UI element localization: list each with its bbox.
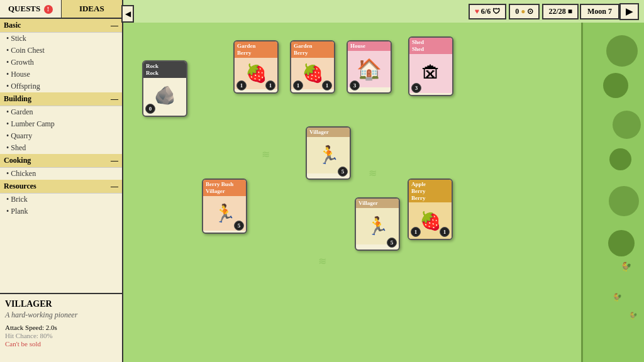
category-resources: Resources— — [0, 180, 122, 194]
card-villager-2[interactable]: Villager 🏃 5 — [355, 197, 400, 251]
item-garden[interactable]: • Garden — [0, 106, 122, 118]
category-building: Building— — [0, 92, 122, 106]
card-berry-bush-villager[interactable]: Berry BushVillager 🏃 5 — [202, 178, 247, 234]
card-house[interactable]: House 🏠 3 — [347, 40, 392, 94]
top-hud: ♥ 6/6 🛡 0 ● ⊙ 22/28 ■ Moon 7 ▶ — [123, 0, 644, 23]
item-offspring[interactable]: • Offspring — [0, 80, 122, 92]
collapse-sidebar-button[interactable]: ◀ — [121, 5, 134, 23]
card-gb1-badge-left: 1 — [236, 80, 247, 90]
berry-icon-2: 🍓 — [299, 60, 326, 86]
item-growth[interactable]: • Growth — [0, 57, 122, 69]
item-brick[interactable]: • Brick — [0, 194, 122, 206]
tab-ideas[interactable]: IDEAS — [62, 0, 123, 18]
card-bbv-header: Berry BushVillager — [203, 180, 246, 196]
footer-stat3: Can't be sold — [5, 340, 117, 348]
bird-deco-1: 🐓 — [621, 261, 631, 272]
category-basic: Basic— — [0, 19, 122, 33]
shed-icon: 🏚 — [419, 60, 443, 87]
coins-value: 0 — [515, 7, 519, 16]
footer-stat1: Attack Speed: 2.0s — [5, 324, 117, 331]
hearts-value: 6/6 — [481, 7, 491, 16]
card-rock-badge: 0 — [145, 104, 155, 114]
bird-deco-3: 🐓 — [629, 312, 638, 320]
card-apple-berry-berry[interactable]: AppleBerryBerry 🍓 1 1 — [408, 178, 453, 240]
villager-icon-2: 🏃 — [211, 200, 238, 226]
berry-icon-1: 🍓 — [243, 60, 270, 86]
sidebar-footer: VILLAGER A hard-working pioneer Attack S… — [0, 293, 122, 362]
coin-icon2: ⊙ — [527, 7, 533, 16]
card-shed-header: ShedShed — [409, 38, 452, 54]
tree-deco-3 — [613, 111, 641, 139]
sidebar: QUESTS ! IDEAS Basic— • Stick • Coin Che… — [0, 0, 123, 362]
card-shed[interactable]: ShedShed 🏚 3 — [408, 36, 453, 96]
footer-stat2: Hit Chance: 80% — [5, 332, 117, 339]
card-gb2-badge-left: 1 — [293, 80, 303, 90]
card-garden-berry-2[interactable]: GardenBerry 🍓 1 1 — [290, 40, 335, 94]
heart-icon: ♥ — [475, 7, 479, 16]
footer-title: VILLAGER — [5, 299, 117, 309]
card-shed-badge: 3 — [411, 83, 421, 93]
pop-icon: ■ — [568, 7, 572, 16]
quests-label: QUESTS — [8, 4, 40, 13]
card-gb2-badge-right: 1 — [322, 80, 332, 90]
item-house[interactable]: • House — [0, 69, 122, 80]
card-house-badge: 3 — [350, 80, 360, 90]
card-abb-badge-right: 1 — [440, 227, 450, 237]
game-board: 🐓 🐓 🐓 ≋ ≋ ≋ ≋ ≋ RockRock 🪨 0 GardenBerry… — [123, 23, 644, 362]
card-villager-1[interactable]: Villager 🏃 5 — [306, 126, 351, 180]
coin-icon: ● — [521, 7, 525, 16]
card-abb-header: AppleBerryBerry — [409, 180, 452, 202]
sidebar-content: Basic— • Stick • Coin Chest • Growth • H… — [0, 19, 122, 293]
item-lumber-camp[interactable]: • Lumber Camp — [0, 118, 122, 130]
card-gb1-badge-right: 1 — [265, 80, 275, 90]
tree-deco-5 — [609, 186, 639, 216]
population-value: 22/28 — [548, 7, 565, 16]
tree-deco-6 — [608, 230, 635, 256]
hud-coins: 0 ● ⊙ — [509, 4, 540, 19]
tree-deco-4 — [609, 148, 631, 170]
card-v1-badge: 5 — [338, 167, 348, 177]
bird-deco-2: 🐓 — [613, 293, 622, 302]
item-chicken[interactable]: • Chicken — [0, 168, 122, 180]
villager-icon-3: 🏃 — [364, 213, 391, 239]
hud-population: 22/28 ■ — [542, 4, 579, 19]
hud-hearts: ♥ 6/6 🛡 — [469, 4, 506, 19]
card-v2-badge: 5 — [387, 238, 397, 248]
card-abb-badge-left: 1 — [411, 227, 421, 237]
card-v2-header: Villager — [356, 199, 399, 208]
item-quarry[interactable]: • Quarry — [0, 130, 122, 142]
tab-quests[interactable]: QUESTS ! — [0, 0, 62, 18]
card-gb2-header: GardenBerry — [291, 41, 334, 58]
collapse-icon: ◀ — [125, 9, 131, 19]
shield-icon: 🛡 — [492, 7, 500, 16]
quest-alert-badge: ! — [44, 5, 53, 14]
grass-3: ≋ — [369, 167, 377, 179]
villager-icon-1: 🏃 — [315, 142, 342, 168]
house-icon: 🏠 — [354, 55, 384, 84]
tree-deco-2 — [603, 73, 628, 98]
item-stick[interactable]: • Stick — [0, 33, 122, 45]
category-cooking: Cooking— — [0, 154, 122, 168]
card-garden-berry-1[interactable]: GardenBerry 🍓 1 1 — [233, 40, 279, 94]
item-coin-chest[interactable]: • Coin Chest — [0, 45, 122, 57]
grass-2: ≋ — [262, 148, 270, 160]
sidebar-tabs: QUESTS ! IDEAS — [0, 0, 122, 19]
rock-icon: 🪨 — [152, 82, 179, 108]
tree-deco-1 — [606, 35, 638, 67]
card-rock-header: RockRock — [143, 62, 186, 78]
card-v1-header: Villager — [307, 128, 350, 137]
moon-label: Moon 7 — [587, 7, 612, 16]
footer-subtitle: A hard-working pioneer — [5, 310, 117, 320]
card-rock[interactable]: RockRock 🪨 0 — [142, 60, 187, 117]
hud-moon: Moon 7 — [580, 4, 619, 19]
ideas-label: IDEAS — [79, 4, 104, 13]
card-bbv-badge: 5 — [234, 221, 244, 231]
item-shed[interactable]: • Shed — [0, 142, 122, 154]
grass-5: ≋ — [318, 255, 326, 267]
next-moon-button[interactable]: ▶ — [619, 3, 639, 20]
item-plank[interactable]: • Plank — [0, 206, 122, 217]
right-border: 🐓 🐓 🐓 — [581, 23, 644, 362]
card-gb1-header: GardenBerry — [235, 41, 277, 58]
card-house-header: House — [348, 41, 391, 51]
